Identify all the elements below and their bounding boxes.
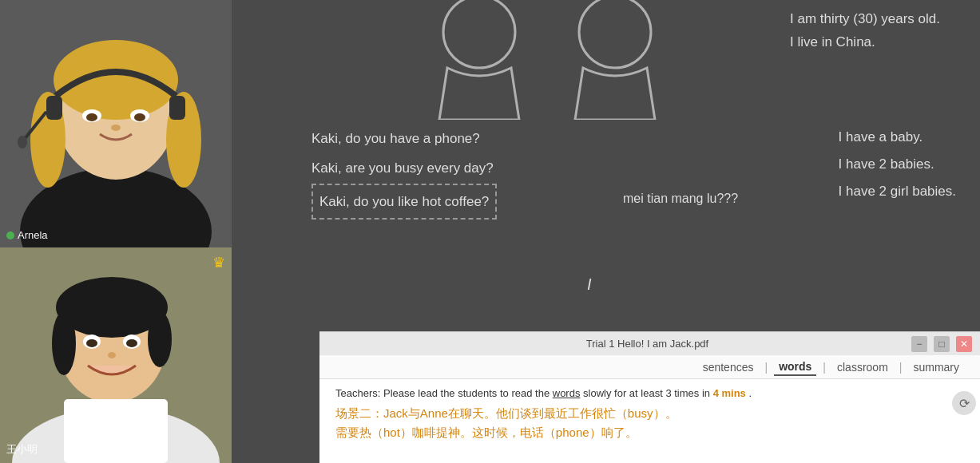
svg-point-26: [86, 339, 97, 347]
student-name: 王小明: [6, 442, 38, 457]
slide-text-right: I am thirty (30) years old. I live in Ch…: [790, 8, 940, 54]
svg-point-23: [148, 311, 172, 367]
teacher-note: Teachers: Please lead the students to re…: [335, 387, 964, 399]
teacher-name: Arnela: [6, 229, 48, 241]
video-top: Arnela: [0, 0, 232, 247]
chinese-response: mei tian mang lu???: [623, 192, 738, 206]
nav-summary[interactable]: summary: [908, 359, 964, 375]
pdf-content: Teachers: Please lead the students to re…: [319, 379, 980, 463]
text-cursor: I: [587, 275, 592, 294]
nav-sentences[interactable]: sentences: [698, 359, 759, 375]
svg-point-28: [108, 352, 116, 358]
mic-active-icon: [6, 232, 14, 239]
crown-icon: ♛: [212, 254, 225, 271]
nav-words[interactable]: words: [774, 358, 816, 376]
maximize-button[interactable]: □: [934, 336, 950, 352]
pdf-titlebar: Trial 1 Hello! I am Jack.pdf − □ ✕: [319, 331, 980, 355]
svg-point-31: [579, 0, 651, 68]
svg-point-14: [18, 136, 27, 148]
student-video: [0, 247, 232, 463]
svg-point-4: [54, 40, 178, 120]
main-content: I am thirty (30) years old. I live in Ch…: [232, 0, 980, 463]
student-avatar-svg: [0, 247, 232, 463]
svg-point-30: [443, 0, 515, 68]
pdf-nav: sentences | words | classroom | summary: [319, 355, 980, 379]
video-bottom: ♛ 王小明: [0, 247, 232, 463]
svg-rect-29: [64, 399, 168, 463]
pdf-title: Trial 1 Hello! I am Jack.pdf: [383, 338, 911, 350]
slide-area: I am thirty (30) years old. I live in Ch…: [232, 0, 980, 331]
svg-point-10: [134, 113, 145, 121]
minimize-button[interactable]: −: [911, 336, 927, 352]
characters-svg: [391, 0, 727, 120]
nav-classroom[interactable]: classroom: [832, 359, 893, 375]
svg-point-22: [52, 311, 76, 375]
chinese-lesson-text: 场景二：Jack与Anne在聊天。他们谈到最近工作很忙（busy）。 需要热（h…: [335, 404, 964, 442]
note-word: words: [553, 387, 581, 399]
close-button[interactable]: ✕: [956, 336, 972, 352]
teacher-video: [0, 0, 232, 247]
pdf-window-controls[interactable]: − □ ✕: [911, 336, 972, 352]
babies-text: I have a baby. I have 2 babies. I have 2…: [839, 124, 956, 205]
svg-point-9: [86, 113, 97, 121]
nav-sep-2: |: [819, 361, 829, 374]
svg-point-15: [111, 125, 121, 131]
svg-point-27: [126, 339, 137, 347]
svg-rect-11: [46, 96, 62, 120]
svg-rect-12: [169, 96, 185, 120]
note-time: 4 mins: [713, 387, 746, 399]
scroll-button[interactable]: ⟳: [952, 391, 976, 415]
nav-sep-1: |: [761, 361, 771, 374]
nav-sep-3: |: [896, 361, 906, 374]
slide-questions: Kaki, do you have a phone? Kaki, are you…: [311, 124, 497, 220]
video-panel: Arnela: [0, 0, 232, 463]
character-illustration: [391, 0, 727, 120]
teacher-avatar-svg: [0, 0, 232, 247]
pdf-panel: Trial 1 Hello! I am Jack.pdf − □ ✕ sente…: [319, 331, 980, 463]
